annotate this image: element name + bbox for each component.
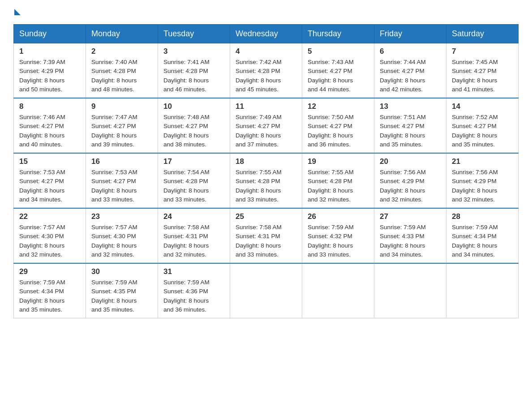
- calendar-cell: 5Sunrise: 7:43 AMSunset: 4:27 PMDaylight…: [302, 43, 374, 98]
- daylight-text-line1: Daylight: 8 hours: [236, 132, 281, 139]
- sunrise-text: Sunrise: 7:40 AM: [91, 59, 137, 65]
- daylight-text-line2: and 34 minutes.: [380, 251, 423, 258]
- calendar-week-row: 15Sunrise: 7:53 AMSunset: 4:27 PMDayligh…: [14, 153, 519, 208]
- sunset-text: Sunset: 4:27 PM: [380, 68, 425, 74]
- day-info: Sunrise: 7:53 AMSunset: 4:27 PMDaylight:…: [91, 168, 152, 204]
- day-info: Sunrise: 7:53 AMSunset: 4:27 PMDaylight:…: [19, 168, 80, 204]
- calendar-table: SundayMondayTuesdayWednesdayThursdayFrid…: [13, 24, 519, 318]
- sunrise-text: Sunrise: 7:58 AM: [163, 224, 210, 231]
- day-number: 2: [91, 47, 152, 56]
- weekday-header-friday: Friday: [374, 25, 446, 43]
- day-number: 20: [380, 157, 441, 166]
- calendar-cell: 27Sunrise: 7:59 AMSunset: 4:33 PMDayligh…: [374, 208, 446, 263]
- calendar-cell: 19Sunrise: 7:55 AMSunset: 4:28 PMDayligh…: [302, 153, 374, 208]
- daylight-text-line2: and 35 minutes.: [91, 306, 134, 313]
- sunrise-text: Sunrise: 7:57 AM: [19, 224, 65, 231]
- calendar-cell: 15Sunrise: 7:53 AMSunset: 4:27 PMDayligh…: [14, 153, 86, 208]
- sunset-text: Sunset: 4:29 PM: [19, 68, 64, 74]
- sunset-text: Sunset: 4:31 PM: [236, 233, 280, 240]
- daylight-text-line1: Daylight: 8 hours: [308, 77, 353, 84]
- daylight-text-line2: and 33 minutes.: [308, 251, 351, 258]
- sunrise-text: Sunrise: 7:43 AM: [308, 59, 354, 65]
- day-info: Sunrise: 7:56 AMSunset: 4:29 PMDaylight:…: [380, 168, 441, 204]
- daylight-text-line2: and 44 minutes.: [308, 86, 351, 93]
- sunset-text: Sunset: 4:35 PM: [91, 288, 136, 295]
- calendar-cell: 16Sunrise: 7:53 AMSunset: 4:27 PMDayligh…: [86, 153, 158, 208]
- day-info: Sunrise: 7:57 AMSunset: 4:30 PMDaylight:…: [91, 223, 152, 259]
- daylight-text-line2: and 42 minutes.: [380, 86, 423, 93]
- sunset-text: Sunset: 4:27 PM: [91, 123, 136, 129]
- sunset-text: Sunset: 4:29 PM: [452, 178, 497, 184]
- sunrise-text: Sunrise: 7:51 AM: [380, 114, 426, 120]
- sunset-text: Sunset: 4:31 PM: [163, 233, 208, 240]
- calendar-cell: [446, 263, 519, 318]
- day-info: Sunrise: 7:46 AMSunset: 4:27 PMDaylight:…: [19, 113, 80, 149]
- day-info: Sunrise: 7:44 AMSunset: 4:27 PMDaylight:…: [380, 58, 441, 94]
- daylight-text-line1: Daylight: 8 hours: [91, 297, 137, 304]
- daylight-text-line1: Daylight: 8 hours: [452, 77, 497, 84]
- daylight-text-line2: and 35 minutes.: [452, 141, 495, 148]
- daylight-text-line1: Daylight: 8 hours: [163, 77, 209, 84]
- sunrise-text: Sunrise: 7:47 AM: [91, 114, 137, 120]
- weekday-header-tuesday: Tuesday: [158, 25, 230, 43]
- sunset-text: Sunset: 4:27 PM: [452, 68, 497, 74]
- sunset-text: Sunset: 4:27 PM: [19, 123, 64, 129]
- weekday-header-thursday: Thursday: [302, 25, 374, 43]
- calendar-cell: 2Sunrise: 7:40 AMSunset: 4:28 PMDaylight…: [86, 43, 158, 98]
- day-info: Sunrise: 7:59 AMSunset: 4:33 PMDaylight:…: [380, 223, 441, 259]
- calendar-cell: 26Sunrise: 7:59 AMSunset: 4:32 PMDayligh…: [302, 208, 374, 263]
- calendar-cell: 23Sunrise: 7:57 AMSunset: 4:30 PMDayligh…: [86, 208, 158, 263]
- day-number: 14: [452, 102, 513, 111]
- sunrise-text: Sunrise: 7:46 AM: [19, 114, 65, 120]
- calendar-cell: [230, 263, 302, 318]
- day-number: 4: [236, 47, 296, 56]
- calendar-week-row: 1Sunrise: 7:39 AMSunset: 4:29 PMDaylight…: [14, 43, 519, 98]
- calendar-cell: 11Sunrise: 7:49 AMSunset: 4:27 PMDayligh…: [230, 98, 302, 153]
- calendar-cell: 21Sunrise: 7:56 AMSunset: 4:29 PMDayligh…: [446, 153, 519, 208]
- sunrise-text: Sunrise: 7:45 AM: [452, 59, 498, 65]
- daylight-text-line2: and 32 minutes.: [380, 196, 423, 203]
- daylight-text-line1: Daylight: 8 hours: [91, 132, 137, 139]
- day-info: Sunrise: 7:55 AMSunset: 4:28 PMDaylight:…: [308, 168, 369, 204]
- calendar-cell: 22Sunrise: 7:57 AMSunset: 4:30 PMDayligh…: [14, 208, 86, 263]
- sunset-text: Sunset: 4:27 PM: [308, 123, 352, 129]
- calendar-week-row: 29Sunrise: 7:59 AMSunset: 4:34 PMDayligh…: [14, 263, 519, 318]
- day-number: 28: [452, 212, 513, 221]
- daylight-text-line1: Daylight: 8 hours: [452, 242, 497, 249]
- sunrise-text: Sunrise: 7:39 AM: [19, 59, 65, 65]
- daylight-text-line2: and 33 minutes.: [91, 196, 134, 203]
- sunset-text: Sunset: 4:28 PM: [236, 178, 280, 184]
- daylight-text-line1: Daylight: 8 hours: [380, 77, 425, 84]
- day-number: 23: [91, 212, 152, 221]
- sunset-text: Sunset: 4:27 PM: [308, 68, 352, 74]
- daylight-text-line2: and 36 minutes.: [163, 306, 206, 313]
- sunset-text: Sunset: 4:28 PM: [236, 68, 280, 74]
- logo-arrow-icon: [14, 9, 21, 15]
- daylight-text-line1: Daylight: 8 hours: [163, 187, 209, 194]
- calendar-cell: 8Sunrise: 7:46 AMSunset: 4:27 PMDaylight…: [14, 98, 86, 153]
- daylight-text-line2: and 33 minutes.: [236, 196, 279, 203]
- day-number: 16: [91, 157, 152, 166]
- daylight-text-line1: Daylight: 8 hours: [236, 77, 281, 84]
- calendar-cell: 25Sunrise: 7:58 AMSunset: 4:31 PMDayligh…: [230, 208, 302, 263]
- sunset-text: Sunset: 4:27 PM: [380, 123, 425, 129]
- daylight-text-line2: and 37 minutes.: [236, 141, 279, 148]
- sunset-text: Sunset: 4:30 PM: [19, 233, 64, 240]
- daylight-text-line2: and 34 minutes.: [19, 196, 62, 203]
- calendar-cell: 30Sunrise: 7:59 AMSunset: 4:35 PMDayligh…: [86, 263, 158, 318]
- sunrise-text: Sunrise: 7:57 AM: [91, 224, 137, 231]
- daylight-text-line2: and 33 minutes.: [163, 196, 206, 203]
- sunset-text: Sunset: 4:36 PM: [163, 288, 208, 295]
- page-header: [13, 9, 519, 15]
- calendar-cell: 28Sunrise: 7:59 AMSunset: 4:34 PMDayligh…: [446, 208, 519, 263]
- daylight-text-line2: and 34 minutes.: [452, 251, 495, 258]
- day-number: 5: [308, 47, 369, 56]
- sunrise-text: Sunrise: 7:59 AM: [308, 224, 354, 231]
- calendar-cell: 6Sunrise: 7:44 AMSunset: 4:27 PMDaylight…: [374, 43, 446, 98]
- day-number: 31: [163, 267, 224, 276]
- sunrise-text: Sunrise: 7:52 AM: [452, 114, 498, 120]
- calendar-cell: [374, 263, 446, 318]
- day-number: 24: [163, 212, 224, 221]
- sunrise-text: Sunrise: 7:56 AM: [452, 169, 498, 176]
- daylight-text-line1: Daylight: 8 hours: [380, 187, 425, 194]
